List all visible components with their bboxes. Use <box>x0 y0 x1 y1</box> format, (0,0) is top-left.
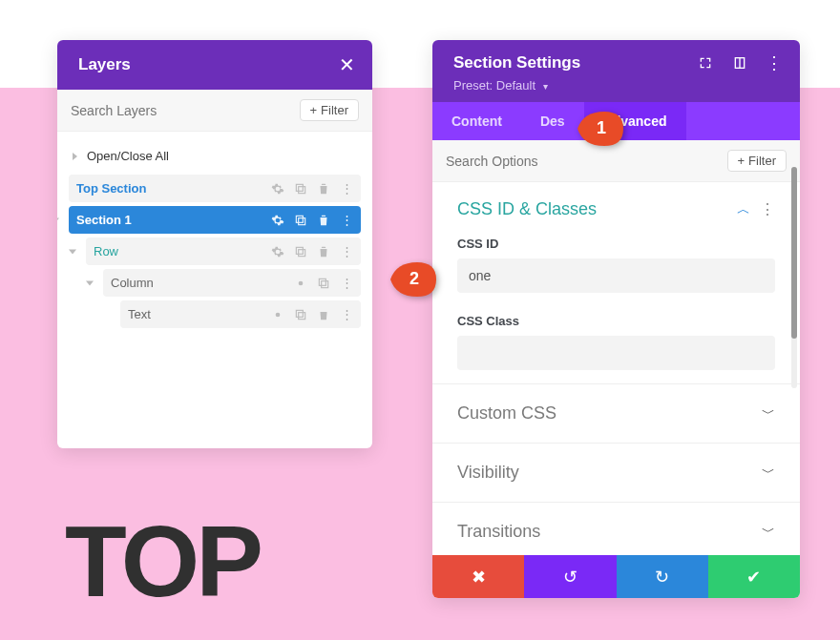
svg-rect-2 <box>296 216 303 222</box>
layer-actions: ⋮ <box>271 214 353 227</box>
svg-rect-1 <box>299 186 305 193</box>
trash-icon[interactable] <box>317 308 330 321</box>
chevron-right-icon <box>73 153 77 160</box>
layer-label: Column <box>111 276 294 290</box>
settings-header: Section Settings ⋮ Preset: Default ▾ <box>432 40 800 102</box>
layer-label: Text <box>128 307 271 321</box>
settings-search-input[interactable] <box>446 150 718 172</box>
redo-button[interactable]: ↻ <box>617 555 708 598</box>
chevron-down-icon: ﹀ <box>762 524 775 541</box>
css-id-input[interactable] <box>457 258 775 293</box>
more-icon[interactable]: ⋮ <box>340 277 353 290</box>
drag-icon[interactable] <box>731 54 748 72</box>
chevron-down-icon[interactable] <box>86 280 94 285</box>
chevron-down-icon: ﹀ <box>762 465 775 482</box>
section-title: Visibility <box>457 463 519 483</box>
layer-item-column[interactable]: Column ⋮ <box>103 269 361 297</box>
chevron-down-icon[interactable] <box>69 249 76 254</box>
more-icon[interactable]: ⋮ <box>340 308 353 321</box>
layer-label: Row <box>94 244 271 258</box>
layer-actions: ⋮ <box>294 277 353 290</box>
duplicate-icon[interactable] <box>294 308 307 321</box>
scrollbar-thumb[interactable] <box>791 167 797 339</box>
check-icon: ✔ <box>746 567 761 588</box>
plus-icon: + <box>310 103 318 117</box>
chevron-down-icon[interactable] <box>57 217 59 222</box>
svg-rect-3 <box>299 217 305 224</box>
more-icon[interactable]: ⋮ <box>340 245 353 258</box>
layers-search-row: + Filter <box>57 90 372 132</box>
svg-rect-0 <box>296 184 303 191</box>
layers-panel: Layers ✕ + Filter Open/Close All Top Sec… <box>57 40 372 448</box>
close-icon[interactable]: ✕ <box>339 53 355 76</box>
confirm-button[interactable]: ✔ <box>708 555 800 598</box>
undo-icon: ↺ <box>563 567 578 588</box>
css-class-field-block: CSS Class <box>432 306 800 383</box>
tab-design[interactable]: Des <box>521 102 584 140</box>
filter-label: Filter <box>748 154 776 168</box>
svg-rect-6 <box>319 279 326 285</box>
gear-icon[interactable] <box>271 182 284 196</box>
filter-label: Filter <box>321 103 348 117</box>
section-transitions-toggle[interactable]: Transitions ﹀ <box>432 502 800 561</box>
css-class-label: CSS Class <box>457 314 775 328</box>
section-title: Transitions <box>457 522 540 542</box>
layer-item-text[interactable]: Text ⋮ <box>120 300 361 328</box>
css-id-label: CSS ID <box>457 237 775 251</box>
layer-item-section-1[interactable]: Section 1 ⋮ <box>69 206 361 234</box>
expand-icon[interactable] <box>697 54 714 72</box>
gear-icon[interactable] <box>271 308 284 321</box>
undo-button[interactable]: ↺ <box>524 555 616 598</box>
layers-search-input[interactable] <box>71 99 290 121</box>
layer-label: Top Section <box>76 181 271 196</box>
trash-icon[interactable] <box>317 245 330 258</box>
duplicate-icon[interactable] <box>317 277 330 290</box>
preset-selector[interactable]: Preset: Default ▾ <box>453 78 783 93</box>
annotation-number: 2 <box>410 269 419 289</box>
duplicate-icon[interactable] <box>294 214 307 227</box>
chevron-up-icon: ︿ <box>737 201 750 218</box>
chevron-down-icon: ▾ <box>543 81 548 92</box>
layers-filter-button[interactable]: + Filter <box>300 99 359 121</box>
section-title: CSS ID & Classes <box>457 199 597 219</box>
open-close-label: Open/Close All <box>87 149 169 163</box>
annotation-marker-1: 1 <box>576 110 621 148</box>
layers-header: Layers ✕ <box>57 40 372 90</box>
more-icon[interactable]: ⋮ <box>760 200 775 218</box>
more-icon[interactable]: ⋮ <box>340 214 353 227</box>
gear-icon[interactable] <box>294 277 307 290</box>
trash-icon[interactable] <box>317 214 330 227</box>
duplicate-icon[interactable] <box>294 245 307 258</box>
layer-item-top-section[interactable]: Top Section ⋮ <box>69 175 361 202</box>
trash-icon[interactable] <box>317 182 330 196</box>
settings-footer: ✖ ↺ ↻ ✔ <box>432 555 800 598</box>
more-icon[interactable]: ⋮ <box>340 182 353 196</box>
layers-title: Layers <box>78 55 131 74</box>
svg-rect-8 <box>296 310 303 317</box>
plus-icon: + <box>738 154 746 168</box>
layer-item-row[interactable]: Row ⋮ <box>86 237 361 265</box>
css-class-input[interactable] <box>457 336 775 370</box>
tab-content[interactable]: Content <box>432 102 521 140</box>
gear-icon[interactable] <box>271 214 284 227</box>
svg-rect-5 <box>299 249 305 256</box>
settings-filter-button[interactable]: + Filter <box>727 150 787 172</box>
section-title: Custom CSS <box>457 403 556 423</box>
open-close-all-toggle[interactable]: Open/Close All <box>69 139 361 175</box>
cancel-button[interactable]: ✖ <box>432 555 524 598</box>
section-custom-css-toggle[interactable]: Custom CSS ﹀ <box>432 383 800 443</box>
settings-title: Section Settings <box>453 53 580 72</box>
preset-prefix: Preset: <box>453 78 493 93</box>
gear-icon[interactable] <box>271 245 284 258</box>
more-icon[interactable]: ⋮ <box>766 54 783 72</box>
duplicate-icon[interactable] <box>294 182 307 196</box>
close-icon: ✖ <box>472 567 486 588</box>
layer-actions: ⋮ <box>271 245 353 258</box>
css-id-field-block: CSS ID <box>432 229 800 306</box>
svg-rect-7 <box>322 280 328 287</box>
annotation-marker-2: 2 <box>388 260 434 299</box>
section-css-id-classes-toggle[interactable]: CSS ID & Classes ︿ ⋮ <box>432 182 800 229</box>
section-visibility-toggle[interactable]: Visibility ﹀ <box>432 443 800 502</box>
page-heading-top: TOP <box>65 504 260 619</box>
layer-actions: ⋮ <box>271 182 353 196</box>
